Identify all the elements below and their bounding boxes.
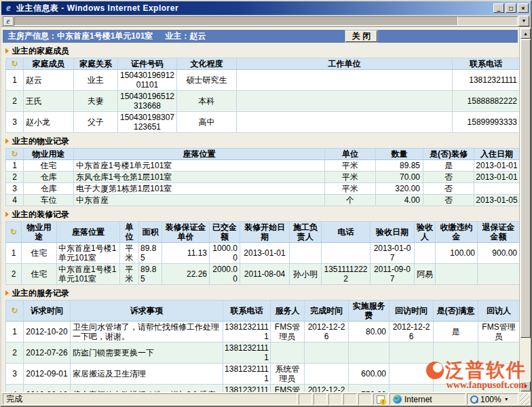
table-row: 2仓库东风仓库1号仓第1层101室平米70.00否2013-01-01 [6,172,520,183]
column-header: 工作单位 [237,58,453,70]
property-records-table: ↻物业用途座落位置单位数量是(否)装修入住日期1住宅中东首座1号楼1单元101室… [5,148,519,206]
table-cell: 2013-01-01 [240,243,290,264]
column-header: 服务人 [271,301,305,322]
table-cell [434,364,478,385]
row-number: 1 [6,160,24,172]
column-header: 入住日期 [474,149,520,160]
table-cell: 15899993333 [453,112,520,133]
status-text: 完成 [3,393,297,405]
family-members-table: ↻家庭成员家庭关系证件号码文化程度工作单位联系电话1赵云业主1504301969… [5,58,519,133]
table-cell: 320.00 [376,183,423,195]
column-header: 退保证金金额 [478,222,520,243]
status-bar: 完成 Internet 100% ▼ [1,392,531,406]
table-cell: 平米 [325,160,376,172]
column-header: 联系电话 [453,58,520,70]
scroll-down-icon[interactable]: ▼ [520,381,531,391]
status-pane [343,393,357,405]
refresh-icon[interactable]: ↻ [6,301,24,322]
table-cell: 900.00 [478,243,520,264]
title-bar: e 业主信息表 - Windows Internet Explorer _ □ … [1,1,531,15]
vertical-scrollbar: ▲ ▼ [519,28,531,392]
owner-label: 业主：赵云 [165,30,206,43]
page-icon: e [3,16,14,26]
table-row: 1住宅中东首座1号楼1单元101室平米89.8511.131000.002013… [6,243,520,264]
table-cell: 13812321111 [223,364,271,385]
table-cell: 仓库 [24,172,74,183]
resize-grip[interactable] [520,393,529,405]
property-info-bar: 主房产信息：中东首座1号楼1单元101室 业主：赵云 关 闭 [3,30,518,43]
refresh-icon[interactable]: ↻ [6,149,24,160]
scroll-up-icon[interactable]: ▲ [520,28,531,39]
close-page-button[interactable]: 关 闭 [345,31,377,42]
address-dropdown-icon[interactable]: ▼ [518,16,529,26]
row-number: 1 [6,243,22,264]
minimize-button[interactable]: _ [493,3,504,13]
column-header: 实施服务费 [349,301,390,322]
table-cell: 150430198307123651 [118,112,177,133]
table-cell: 89.85 [139,243,162,264]
status-pane [314,393,327,405]
table-cell [305,364,349,385]
status-pane [299,393,312,405]
table-cell: 70.00 [376,172,423,183]
zoom-icon [470,395,478,404]
column-header: 回访人 [478,301,520,322]
scrollbar-thumb[interactable] [520,39,531,338]
row-number: 3 [6,364,24,385]
row-number: 3 [6,183,24,195]
table-cell: 平米 [120,243,139,264]
table-cell: 卫生间水管堵了，请帮忙找维修工作处理一下吧，谢谢。 [71,322,223,343]
close-window-button[interactable]: × [518,3,529,13]
table-cell: 4.00 [376,195,423,206]
column-header: 已交金额 [210,222,240,243]
table-cell: 业主 [74,70,118,91]
table-cell: 父子 [74,112,118,133]
table-cell: 600.00 [349,364,390,385]
zoom-pane[interactable]: 100% ▼ [467,393,518,405]
column-header: 电话 [322,222,370,243]
table-cell: 11.13 [162,243,210,264]
table-cell: 13511112222 [322,264,370,285]
section-title-text: 业主的家庭成员 [12,46,69,56]
property-info-label: 主房产信息：中东首座1号楼1单元101室 [8,30,153,43]
table-cell: 2012-08-16 [24,385,71,393]
section-arrow-icon [5,48,9,54]
table-cell [390,343,434,364]
table-cell: 否 [423,195,474,206]
table-cell: 平米 [325,183,376,195]
column-header: 验收日期 [370,222,415,243]
header-row: ↻物业用途座落位置单位数量是(否)装修入住日期 [6,149,520,160]
zoom-level: 100% [480,395,501,404]
section-title-text: 业主的服务记录 [12,288,69,298]
refresh-icon[interactable]: ↻ [6,58,24,70]
table-cell: 系统管理员 [271,364,305,385]
table-cell: 夫妻 [74,91,118,112]
column-header: 家庭成员 [24,58,74,70]
table-cell: 硕士研究生 [177,70,237,91]
table-cell: 22.26 [162,264,210,285]
table-cell: 高中 [177,112,237,133]
table-cell: 是 [423,160,474,172]
column-header: 完成时间 [305,301,349,322]
table-cell: 中东首座1号楼1单元101室 [57,243,120,264]
address-input[interactable] [14,16,458,26]
refresh-icon[interactable]: ↻ [6,222,22,243]
maximize-button[interactable]: □ [506,3,516,13]
security-warning-icon[interactable] [377,395,385,404]
header-row: ↻物业用途座落位置单位面积装修保证金单价已交金额装修开始日期施工负责人电话验收日… [6,222,520,243]
table-row: 4车位中东首座个4.00否2013-01-05 [6,195,520,206]
table-cell [271,343,305,364]
table-cell [478,343,520,364]
table-cell: 2012-12-26 [305,322,349,343]
column-header: 验收人 [415,222,436,243]
zoom-dropdown-icon[interactable]: ▼ [504,397,509,402]
row-number: 2 [6,343,24,364]
row-number: 1 [6,322,24,343]
table-cell: 王氏 [24,91,74,112]
table-cell: 89.85 [139,264,162,285]
table-cell: FMS管理员 [478,322,520,343]
zone-label: Internet [404,395,432,404]
table-cell: 平米 [325,172,376,183]
window-title: 业主信息表 - Windows Internet Explorer [16,1,493,15]
table-cell: 住宅 [24,160,74,172]
